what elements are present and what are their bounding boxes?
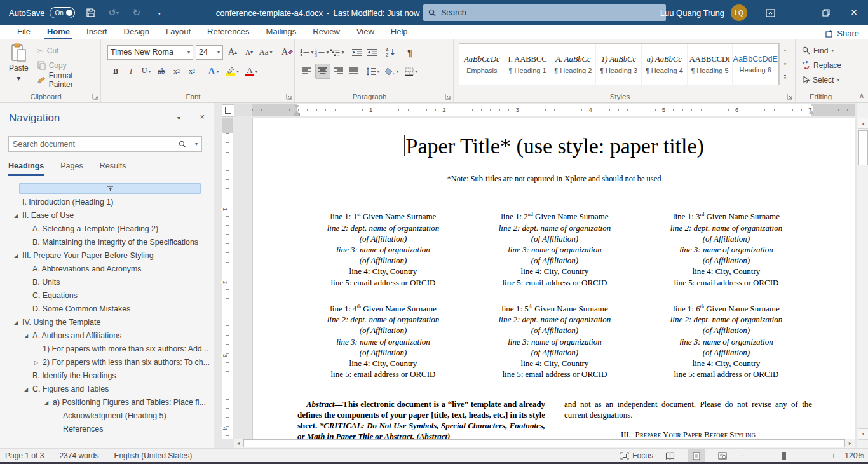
sort-button[interactable]: AZ <box>384 44 398 60</box>
focus-button[interactable]: Focus <box>620 451 653 460</box>
undo-button[interactable]: ↺▾ <box>107 6 121 20</box>
language-indicator[interactable]: English (United States) <box>114 451 192 460</box>
bullets-button[interactable]: ▾ <box>300 44 314 60</box>
user-name[interactable]: Luu Quang Trung <box>660 8 724 18</box>
nav-heading-item[interactable]: A. Selecting a Template (Heading 2) <box>0 222 212 236</box>
align-center-button[interactable] <box>315 64 330 79</box>
nav-heading-item[interactable]: Acknowledgment (Heading 5) <box>0 409 212 423</box>
tab-layout[interactable]: Layout <box>158 27 199 39</box>
nav-heading-item[interactable]: 1) For papers with more than six authors… <box>0 343 212 356</box>
select-button[interactable]: Select ▾ <box>802 74 851 86</box>
style-heading-4[interactable]: a) AaBbCc¶ Heading 4 <box>642 44 688 85</box>
redo-button[interactable]: ↻ <box>130 6 144 20</box>
nav-heading-item[interactable]: B. Identify the Headings <box>0 369 212 383</box>
nav-heading-item[interactable]: ◢III. Prepare Your Paper Before Styling <box>0 249 212 263</box>
show-formatting-button[interactable]: ¶ <box>403 44 417 60</box>
increase-indent-button[interactable] <box>365 44 379 60</box>
styles-more-button[interactable]: ▾ <box>780 71 790 85</box>
scroll-down-button[interactable]: ▾ <box>858 428 868 440</box>
nav-search-dropdown[interactable]: ▾ <box>191 141 201 147</box>
nav-heading-item[interactable]: C. Equations <box>0 289 212 303</box>
search-icon[interactable] <box>174 140 191 148</box>
nav-tab-results[interactable]: Results <box>100 161 126 176</box>
styles-dialog-launcher[interactable] <box>787 93 793 100</box>
restore-button[interactable] <box>812 0 840 25</box>
tab-help[interactable]: Help <box>383 27 416 39</box>
vertical-ruler[interactable]: 1234 <box>222 118 233 439</box>
read-mode-button[interactable] <box>661 449 679 462</box>
format-painter-button[interactable]: Format Painter <box>37 74 95 86</box>
tab-design[interactable]: Design <box>116 27 158 39</box>
navigation-pane-options-button[interactable]: ▾ <box>177 114 180 121</box>
borders-button[interactable]: ▾ <box>404 64 418 79</box>
right-indent-marker[interactable] <box>809 110 814 114</box>
customize-quick-access-button[interactable]: ▾ <box>153 6 166 20</box>
font-size-combo[interactable]: 24 ▾ <box>196 45 223 60</box>
autosave-toggle[interactable]: AutoSave On <box>9 7 75 18</box>
first-line-indent-marker[interactable] <box>294 105 299 109</box>
style-heading-3[interactable]: 1) AaBbCc¶ Heading 3 <box>596 44 642 85</box>
nav-tab-headings[interactable]: Headings <box>8 161 44 176</box>
clear-formatting-button[interactable]: A <box>280 44 294 60</box>
find-button[interactable]: Find ▾ <box>802 44 851 57</box>
page-indicator[interactable]: Page 1 of 3 <box>5 451 44 460</box>
nav-heading-item[interactable]: ◢C. Figures and Tables <box>0 383 212 396</box>
tab-insert[interactable]: Insert <box>78 27 116 39</box>
nav-heading-item[interactable]: ◢IV. Using the Template <box>0 316 212 329</box>
vertical-scrollbar[interactable]: ▴ ▾ <box>857 103 868 448</box>
tab-file[interactable]: File <box>9 27 39 39</box>
numbering-button[interactable]: 123 ▾ <box>315 44 329 60</box>
horizontal-scroll-thumb[interactable] <box>243 439 845 447</box>
font-color-button[interactable]: A ▾ <box>245 64 259 79</box>
cut-button[interactable]: ✂ Cut <box>37 44 95 57</box>
font-name-combo[interactable]: Times New Roma ▾ <box>107 45 193 60</box>
style-heading-2[interactable]: A. AaBbCc¶ Heading 2 <box>550 44 596 85</box>
styles-scroll-up-button[interactable]: ▴ <box>780 43 790 57</box>
zoom-slider-thumb[interactable] <box>782 452 786 460</box>
shrink-font-button[interactable]: A▾ <box>242 44 256 60</box>
ribbon-display-options-button[interactable] <box>756 0 784 25</box>
expander-icon[interactable]: ◢ <box>24 329 32 343</box>
tab-references[interactable]: References <box>199 27 257 39</box>
tab-review[interactable]: Review <box>304 27 348 39</box>
expander-icon[interactable]: ◢ <box>14 209 22 222</box>
avatar[interactable]: LQ <box>731 4 747 21</box>
style-emphasis[interactable]: AaBbCcDcEmphasis <box>459 44 505 85</box>
superscript-button[interactable]: x2 <box>185 64 199 79</box>
web-layout-button[interactable] <box>714 449 731 462</box>
underline-button[interactable]: U▾ <box>139 64 153 79</box>
subscript-button[interactable]: x2 <box>170 64 184 79</box>
scroll-right-button[interactable]: ► <box>846 439 855 447</box>
shading-button[interactable]: ▾ <box>385 64 399 79</box>
minimize-button[interactable]: ─ <box>784 0 812 25</box>
expander-icon[interactable]: ◢ <box>24 383 32 396</box>
nav-heading-item[interactable]: ▷2) For papers with less than six author… <box>0 356 212 369</box>
expander-icon[interactable]: ◢ <box>14 249 22 263</box>
change-case-button[interactable]: Aa▾ <box>259 44 273 60</box>
highlight-color-button[interactable]: ▾ <box>226 64 240 79</box>
text-effects-button[interactable]: A▾ <box>207 64 220 79</box>
tab-home[interactable]: Home <box>39 27 78 39</box>
left-indent-marker[interactable] <box>294 113 300 116</box>
tab-view[interactable]: View <box>348 27 383 39</box>
grow-font-button[interactable]: A▴ <box>226 44 240 60</box>
justify-button[interactable] <box>347 64 361 79</box>
style-heading-6[interactable]: AaBbCcDdEHeading 6 <box>733 44 778 85</box>
search-bar[interactable]: Search <box>423 4 666 21</box>
decrease-indent-button[interactable] <box>349 44 363 60</box>
navigation-pane-close-button[interactable]: × <box>200 112 205 121</box>
style-heading-1[interactable]: I. AABBCC¶ Heading 1 <box>505 44 551 85</box>
save-icon[interactable] <box>84 6 98 20</box>
strikethrough-button[interactable]: ab <box>154 64 168 79</box>
align-left-button[interactable] <box>300 64 314 79</box>
expander-icon[interactable]: ◢ <box>44 396 53 409</box>
vertical-scroll-thumb[interactable] <box>858 130 868 165</box>
document-page[interactable]: Paper Title* (use style: paper title) *N… <box>252 118 855 439</box>
scroll-left-button[interactable]: ◄ <box>234 439 243 447</box>
horizontal-scrollbar[interactable]: ◄ ► <box>234 439 855 448</box>
copy-button[interactable]: Copy <box>37 59 95 72</box>
style-heading-5[interactable]: AABBCCDI¶ Heading 5 <box>688 44 733 85</box>
bold-button[interactable]: B <box>109 64 123 79</box>
nav-heading-item[interactable]: B. Maintaining the Integrity of the Spec… <box>0 236 212 249</box>
zoom-level[interactable]: 120% <box>844 451 864 460</box>
